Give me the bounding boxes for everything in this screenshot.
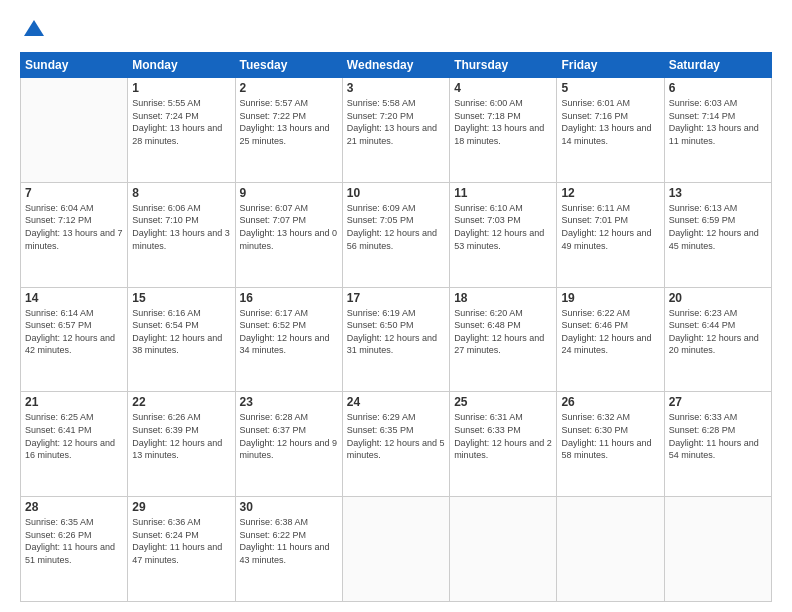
calendar-week-row: 21Sunrise: 6:25 AMSunset: 6:41 PMDayligh… bbox=[21, 392, 772, 497]
table-row: 20Sunrise: 6:23 AMSunset: 6:44 PMDayligh… bbox=[664, 287, 771, 392]
day-number: 23 bbox=[240, 395, 338, 409]
day-info: Sunrise: 6:29 AMSunset: 6:35 PMDaylight:… bbox=[347, 411, 445, 461]
table-row bbox=[342, 497, 449, 602]
col-thursday: Thursday bbox=[450, 53, 557, 78]
table-row bbox=[21, 78, 128, 183]
col-saturday: Saturday bbox=[664, 53, 771, 78]
col-friday: Friday bbox=[557, 53, 664, 78]
day-number: 12 bbox=[561, 186, 659, 200]
day-info: Sunrise: 6:09 AMSunset: 7:05 PMDaylight:… bbox=[347, 202, 445, 252]
day-number: 13 bbox=[669, 186, 767, 200]
day-number: 6 bbox=[669, 81, 767, 95]
day-info: Sunrise: 6:00 AMSunset: 7:18 PMDaylight:… bbox=[454, 97, 552, 147]
day-info: Sunrise: 6:07 AMSunset: 7:07 PMDaylight:… bbox=[240, 202, 338, 252]
table-row: 21Sunrise: 6:25 AMSunset: 6:41 PMDayligh… bbox=[21, 392, 128, 497]
calendar-week-row: 14Sunrise: 6:14 AMSunset: 6:57 PMDayligh… bbox=[21, 287, 772, 392]
table-row bbox=[450, 497, 557, 602]
table-row: 27Sunrise: 6:33 AMSunset: 6:28 PMDayligh… bbox=[664, 392, 771, 497]
day-number: 27 bbox=[669, 395, 767, 409]
day-info: Sunrise: 6:26 AMSunset: 6:39 PMDaylight:… bbox=[132, 411, 230, 461]
table-row: 30Sunrise: 6:38 AMSunset: 6:22 PMDayligh… bbox=[235, 497, 342, 602]
day-number: 1 bbox=[132, 81, 230, 95]
day-number: 7 bbox=[25, 186, 123, 200]
table-row: 24Sunrise: 6:29 AMSunset: 6:35 PMDayligh… bbox=[342, 392, 449, 497]
col-monday: Monday bbox=[128, 53, 235, 78]
table-row bbox=[664, 497, 771, 602]
svg-rect-1 bbox=[28, 32, 40, 36]
day-info: Sunrise: 5:55 AMSunset: 7:24 PMDaylight:… bbox=[132, 97, 230, 147]
day-info: Sunrise: 6:25 AMSunset: 6:41 PMDaylight:… bbox=[25, 411, 123, 461]
calendar-week-row: 28Sunrise: 6:35 AMSunset: 6:26 PMDayligh… bbox=[21, 497, 772, 602]
calendar-table: Sunday Monday Tuesday Wednesday Thursday… bbox=[20, 52, 772, 602]
col-sunday: Sunday bbox=[21, 53, 128, 78]
day-number: 29 bbox=[132, 500, 230, 514]
table-row: 23Sunrise: 6:28 AMSunset: 6:37 PMDayligh… bbox=[235, 392, 342, 497]
day-info: Sunrise: 6:04 AMSunset: 7:12 PMDaylight:… bbox=[25, 202, 123, 252]
day-info: Sunrise: 6:22 AMSunset: 6:46 PMDaylight:… bbox=[561, 307, 659, 357]
table-row: 22Sunrise: 6:26 AMSunset: 6:39 PMDayligh… bbox=[128, 392, 235, 497]
day-info: Sunrise: 6:17 AMSunset: 6:52 PMDaylight:… bbox=[240, 307, 338, 357]
day-info: Sunrise: 6:19 AMSunset: 6:50 PMDaylight:… bbox=[347, 307, 445, 357]
day-number: 25 bbox=[454, 395, 552, 409]
day-info: Sunrise: 6:38 AMSunset: 6:22 PMDaylight:… bbox=[240, 516, 338, 566]
logo bbox=[20, 16, 52, 44]
day-number: 28 bbox=[25, 500, 123, 514]
table-row: 11Sunrise: 6:10 AMSunset: 7:03 PMDayligh… bbox=[450, 182, 557, 287]
table-row: 1Sunrise: 5:55 AMSunset: 7:24 PMDaylight… bbox=[128, 78, 235, 183]
day-number: 4 bbox=[454, 81, 552, 95]
day-info: Sunrise: 6:35 AMSunset: 6:26 PMDaylight:… bbox=[25, 516, 123, 566]
day-info: Sunrise: 6:28 AMSunset: 6:37 PMDaylight:… bbox=[240, 411, 338, 461]
day-info: Sunrise: 6:06 AMSunset: 7:10 PMDaylight:… bbox=[132, 202, 230, 252]
table-row: 2Sunrise: 5:57 AMSunset: 7:22 PMDaylight… bbox=[235, 78, 342, 183]
day-number: 16 bbox=[240, 291, 338, 305]
day-info: Sunrise: 6:11 AMSunset: 7:01 PMDaylight:… bbox=[561, 202, 659, 252]
calendar-week-row: 7Sunrise: 6:04 AMSunset: 7:12 PMDaylight… bbox=[21, 182, 772, 287]
day-info: Sunrise: 5:57 AMSunset: 7:22 PMDaylight:… bbox=[240, 97, 338, 147]
logo-icon bbox=[20, 16, 48, 44]
table-row: 5Sunrise: 6:01 AMSunset: 7:16 PMDaylight… bbox=[557, 78, 664, 183]
day-info: Sunrise: 6:20 AMSunset: 6:48 PMDaylight:… bbox=[454, 307, 552, 357]
table-row: 28Sunrise: 6:35 AMSunset: 6:26 PMDayligh… bbox=[21, 497, 128, 602]
page: Sunday Monday Tuesday Wednesday Thursday… bbox=[0, 0, 792, 612]
day-info: Sunrise: 5:58 AMSunset: 7:20 PMDaylight:… bbox=[347, 97, 445, 147]
day-number: 10 bbox=[347, 186, 445, 200]
table-row: 8Sunrise: 6:06 AMSunset: 7:10 PMDaylight… bbox=[128, 182, 235, 287]
day-info: Sunrise: 6:01 AMSunset: 7:16 PMDaylight:… bbox=[561, 97, 659, 147]
calendar-header-row: Sunday Monday Tuesday Wednesday Thursday… bbox=[21, 53, 772, 78]
table-row: 4Sunrise: 6:00 AMSunset: 7:18 PMDaylight… bbox=[450, 78, 557, 183]
col-tuesday: Tuesday bbox=[235, 53, 342, 78]
table-row: 18Sunrise: 6:20 AMSunset: 6:48 PMDayligh… bbox=[450, 287, 557, 392]
table-row: 17Sunrise: 6:19 AMSunset: 6:50 PMDayligh… bbox=[342, 287, 449, 392]
table-row: 3Sunrise: 5:58 AMSunset: 7:20 PMDaylight… bbox=[342, 78, 449, 183]
calendar-week-row: 1Sunrise: 5:55 AMSunset: 7:24 PMDaylight… bbox=[21, 78, 772, 183]
day-info: Sunrise: 6:31 AMSunset: 6:33 PMDaylight:… bbox=[454, 411, 552, 461]
day-number: 17 bbox=[347, 291, 445, 305]
header bbox=[20, 16, 772, 44]
table-row: 9Sunrise: 6:07 AMSunset: 7:07 PMDaylight… bbox=[235, 182, 342, 287]
col-wednesday: Wednesday bbox=[342, 53, 449, 78]
day-number: 9 bbox=[240, 186, 338, 200]
day-number: 22 bbox=[132, 395, 230, 409]
day-number: 15 bbox=[132, 291, 230, 305]
day-number: 19 bbox=[561, 291, 659, 305]
day-number: 30 bbox=[240, 500, 338, 514]
table-row: 16Sunrise: 6:17 AMSunset: 6:52 PMDayligh… bbox=[235, 287, 342, 392]
day-number: 14 bbox=[25, 291, 123, 305]
day-info: Sunrise: 6:32 AMSunset: 6:30 PMDaylight:… bbox=[561, 411, 659, 461]
day-info: Sunrise: 6:16 AMSunset: 6:54 PMDaylight:… bbox=[132, 307, 230, 357]
table-row: 25Sunrise: 6:31 AMSunset: 6:33 PMDayligh… bbox=[450, 392, 557, 497]
day-info: Sunrise: 6:23 AMSunset: 6:44 PMDaylight:… bbox=[669, 307, 767, 357]
table-row: 15Sunrise: 6:16 AMSunset: 6:54 PMDayligh… bbox=[128, 287, 235, 392]
day-info: Sunrise: 6:14 AMSunset: 6:57 PMDaylight:… bbox=[25, 307, 123, 357]
table-row: 7Sunrise: 6:04 AMSunset: 7:12 PMDaylight… bbox=[21, 182, 128, 287]
table-row: 29Sunrise: 6:36 AMSunset: 6:24 PMDayligh… bbox=[128, 497, 235, 602]
day-number: 18 bbox=[454, 291, 552, 305]
day-number: 24 bbox=[347, 395, 445, 409]
table-row: 12Sunrise: 6:11 AMSunset: 7:01 PMDayligh… bbox=[557, 182, 664, 287]
day-number: 3 bbox=[347, 81, 445, 95]
table-row: 19Sunrise: 6:22 AMSunset: 6:46 PMDayligh… bbox=[557, 287, 664, 392]
day-info: Sunrise: 6:13 AMSunset: 6:59 PMDaylight:… bbox=[669, 202, 767, 252]
table-row: 10Sunrise: 6:09 AMSunset: 7:05 PMDayligh… bbox=[342, 182, 449, 287]
day-number: 26 bbox=[561, 395, 659, 409]
day-info: Sunrise: 6:36 AMSunset: 6:24 PMDaylight:… bbox=[132, 516, 230, 566]
